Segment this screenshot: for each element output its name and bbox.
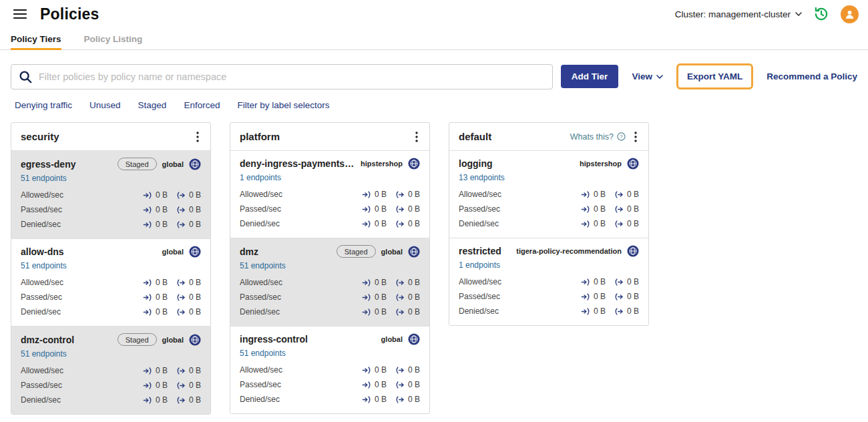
whats-this-link[interactable]: Whats this?? xyxy=(570,132,626,142)
filter-link-denying-traffic[interactable]: Denying traffic xyxy=(15,100,72,110)
stat-values: 0 B0 B xyxy=(362,190,420,199)
policy-stat-row: Allowed/sec0 B0 B xyxy=(21,363,201,378)
stat-values: 0 B0 B xyxy=(143,307,201,316)
view-button[interactable]: View xyxy=(632,71,663,81)
recommend-policy-link[interactable]: Recommend a Policy xyxy=(767,71,857,81)
endpoints-link[interactable]: 1 endpoints xyxy=(240,173,281,182)
egress-bytes-icon xyxy=(395,308,405,316)
policy-stat-row: Allowed/sec0 B0 B xyxy=(240,187,420,202)
policy-scope-label: global xyxy=(381,248,403,256)
filter-link-enforced[interactable]: Enforced xyxy=(184,100,220,110)
tier-menu-button[interactable] xyxy=(632,130,639,144)
staged-badge: Staged xyxy=(118,333,157,346)
policy-card[interactable]: egress-denyStagedglobal51 endpointsAllow… xyxy=(11,150,210,238)
policy-name: ingress-control xyxy=(240,334,376,345)
history-button[interactable] xyxy=(813,5,830,23)
scope-globe-icon xyxy=(627,245,639,257)
egress-bytes-icon xyxy=(176,382,186,389)
ingress-bytes-icon xyxy=(362,279,371,286)
stat-values: 0 B0 B xyxy=(143,205,201,214)
stat-values: 0 B0 B xyxy=(362,380,420,389)
tab-policy-listing[interactable]: Policy Listing xyxy=(84,28,143,49)
filter-link-staged[interactable]: Staged xyxy=(138,100,167,110)
stat-label: Passed/sec xyxy=(21,292,143,302)
endpoints-link[interactable]: 51 endpoints xyxy=(240,349,286,358)
search-input[interactable] xyxy=(39,71,546,82)
chevron-down-icon xyxy=(795,12,802,16)
ingress-bytes-icon xyxy=(581,278,590,286)
endpoints-link[interactable]: 13 endpoints xyxy=(459,173,505,182)
tier-menu-button[interactable] xyxy=(194,130,201,144)
tier-title: platform xyxy=(240,131,407,142)
stat-in: 0 B xyxy=(362,190,387,199)
policy-stat-row: Denied/sec0 B0 B xyxy=(459,216,639,231)
stat-values: 0 B0 B xyxy=(143,220,201,229)
stat-label: Denied/sec xyxy=(240,395,362,404)
endpoints-link[interactable]: 51 endpoints xyxy=(21,261,67,270)
tier-card-security: securityegress-denyStagedglobal51 endpoi… xyxy=(11,122,211,415)
stat-values: 0 B0 B xyxy=(362,365,420,375)
user-avatar[interactable] xyxy=(841,5,859,23)
stat-value: 0 B xyxy=(156,190,168,200)
ingress-bytes-icon xyxy=(143,279,152,286)
policy-card[interactable]: restrictedtigera-policy-recommendation1 … xyxy=(449,238,648,325)
cluster-selector[interactable]: Cluster: management-cluster xyxy=(675,9,802,19)
policy-stat-row: Denied/sec0 B0 B xyxy=(459,304,639,319)
menu-button[interactable] xyxy=(9,3,31,25)
stat-in: 0 B xyxy=(143,366,168,375)
info-circle-icon: ? xyxy=(617,132,626,141)
endpoints-link[interactable]: 1 endpoints xyxy=(459,260,500,270)
stat-out: 0 B xyxy=(614,219,639,228)
tier-menu-button[interactable] xyxy=(413,130,420,144)
egress-bytes-icon xyxy=(176,308,186,316)
export-yaml-button[interactable]: Export YAML xyxy=(676,63,753,89)
policy-card[interactable]: ingress-controlglobal51 endpointsAllowed… xyxy=(230,326,429,413)
stat-values: 0 B0 B xyxy=(143,292,201,302)
stat-values: 0 B0 B xyxy=(143,381,201,390)
add-tier-button[interactable]: Add Tier xyxy=(561,65,619,88)
stat-out: 0 B xyxy=(614,292,639,301)
policy-card[interactable]: deny-ingress-paymentservi…hipstershop1 e… xyxy=(230,150,429,238)
stat-label: Allowed/sec xyxy=(21,366,143,375)
scope-globe-icon xyxy=(189,246,201,258)
hamburger-icon xyxy=(13,9,27,19)
policy-stat-row: Allowed/sec0 B0 B xyxy=(21,275,201,290)
ingress-bytes-icon xyxy=(143,397,152,404)
stat-label: Allowed/sec xyxy=(240,190,362,199)
stat-label: Passed/sec xyxy=(240,380,362,389)
scope-globe-icon xyxy=(189,334,201,346)
stat-out: 0 B xyxy=(176,292,201,302)
view-label: View xyxy=(632,71,652,81)
toolbar-actions: Add Tier View Export YAML Recommend a Po… xyxy=(561,63,857,89)
policy-stat-row: Passed/sec0 B0 B xyxy=(240,202,420,216)
policy-stat-row: Allowed/sec0 B0 B xyxy=(21,188,201,202)
policy-card[interactable]: allow-dnsglobal51 endpointsAllowed/sec0 … xyxy=(11,238,210,326)
policy-card[interactable]: dmzStagedglobal51 endpointsAllowed/sec0 … xyxy=(230,238,429,326)
endpoints-link[interactable]: 51 endpoints xyxy=(240,261,286,270)
stat-value: 0 B xyxy=(156,366,168,375)
ingress-bytes-icon xyxy=(581,293,590,300)
filter-link-filter-by-label-selectors[interactable]: Filter by label selectors xyxy=(237,100,329,110)
egress-bytes-icon xyxy=(176,192,186,199)
policy-search xyxy=(11,64,553,89)
stat-values: 0 B0 B xyxy=(143,278,201,287)
stat-value: 0 B xyxy=(375,190,387,199)
policy-card[interactable]: logginghipstershop13 endpointsAllowed/se… xyxy=(449,150,648,238)
policy-title-row: logginghipstershop xyxy=(459,158,639,170)
stat-value: 0 B xyxy=(594,277,606,286)
filter-link-unused[interactable]: Unused xyxy=(89,100,121,110)
stat-in: 0 B xyxy=(581,306,606,316)
policy-card[interactable]: dmz-controlStagedglobal51 endpointsAllow… xyxy=(11,326,210,414)
ingress-bytes-icon xyxy=(362,206,371,213)
app-header: Policies Cluster: management-cluster xyxy=(0,0,868,28)
egress-bytes-icon xyxy=(614,191,624,198)
stat-out: 0 B xyxy=(176,395,201,405)
endpoints-link[interactable]: 51 endpoints xyxy=(21,174,67,183)
stat-value: 0 B xyxy=(375,219,387,228)
endpoints-link[interactable]: 51 endpoints xyxy=(21,349,67,359)
stat-value: 0 B xyxy=(375,365,387,375)
stat-in: 0 B xyxy=(581,204,606,214)
egress-bytes-icon xyxy=(176,279,186,286)
tab-policy-tiers[interactable]: Policy Tiers xyxy=(11,28,61,49)
egress-bytes-icon xyxy=(395,206,405,213)
